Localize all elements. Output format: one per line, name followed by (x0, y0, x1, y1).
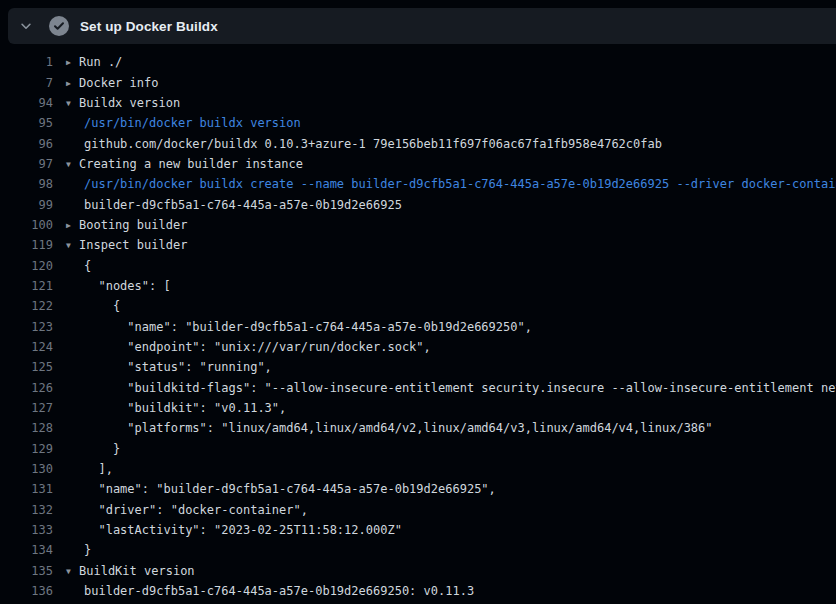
log-output-text: builder-d9cfb5a1-c764-445a-a57e-0b19d2e6… (66, 198, 402, 212)
log-line: 135▼BuildKit version (0, 561, 836, 581)
log-group-title: Booting builder (79, 218, 187, 232)
log-line: 7▶Docker info (0, 72, 836, 92)
line-number[interactable]: 133 (0, 523, 53, 537)
caret-expanded-icon[interactable]: ▼ (66, 567, 79, 576)
line-number[interactable]: 128 (0, 421, 53, 435)
line-number[interactable]: 1 (0, 55, 53, 69)
log-output-text: "platforms": "linux/amd64,linux/amd64/v2… (66, 421, 713, 435)
line-number[interactable]: 94 (0, 96, 53, 110)
log-line: 134} (0, 540, 836, 560)
log-command-text: /usr/bin/docker buildx create --name bui… (66, 177, 836, 191)
log-line: 128 "platforms": "linux/amd64,linux/amd6… (0, 418, 836, 438)
line-number[interactable]: 127 (0, 401, 53, 415)
step-title: Set up Docker Buildx (80, 19, 218, 34)
log-line: 131 "name": "builder-d9cfb5a1-c764-445a-… (0, 479, 836, 499)
line-number[interactable]: 130 (0, 462, 53, 476)
log-output-text: } (66, 442, 120, 456)
log-output-text: } (66, 543, 91, 557)
log-group-title: Inspect builder (79, 238, 187, 252)
line-number[interactable]: 119 (0, 238, 53, 252)
log-group-title: BuildKit version (79, 564, 195, 578)
log-line: 95/usr/bin/docker buildx version (0, 113, 836, 133)
caret-collapsed-icon[interactable]: ▶ (66, 79, 79, 88)
line-number[interactable]: 134 (0, 543, 53, 557)
caret-collapsed-icon[interactable]: ▶ (66, 58, 79, 67)
check-circle-icon (49, 16, 69, 36)
log-line: 98/usr/bin/docker buildx create --name b… (0, 174, 836, 194)
log-line: 126 "buildkitd-flags": "--allow-insecure… (0, 378, 836, 398)
line-number[interactable]: 129 (0, 442, 53, 456)
log-viewer: 1▶Run ./7▶Docker info94▼Buildx version95… (0, 52, 836, 604)
line-number[interactable]: 124 (0, 340, 53, 354)
log-output-text: "buildkitd-flags": "--allow-insecure-ent… (66, 381, 836, 395)
line-number[interactable]: 126 (0, 381, 53, 395)
log-output-text: "name": "builder-d9cfb5a1-c764-445a-a57e… (66, 320, 532, 334)
log-line: 132 "driver": "docker-container", (0, 500, 836, 520)
caret-expanded-icon[interactable]: ▼ (66, 241, 79, 250)
log-output-text: "endpoint": "unix:///var/run/docker.sock… (66, 340, 431, 354)
log-line: 119▼Inspect builder (0, 235, 836, 255)
line-number[interactable]: 132 (0, 503, 53, 517)
chevron-down-icon[interactable] (18, 18, 34, 34)
log-group-header[interactable]: ▼Buildx version (66, 96, 180, 110)
line-number[interactable]: 131 (0, 482, 53, 496)
line-number[interactable]: 97 (0, 157, 53, 171)
line-number[interactable]: 95 (0, 116, 53, 130)
log-group-header[interactable]: ▼BuildKit version (66, 564, 195, 578)
log-group-title: Creating a new builder instance (79, 157, 303, 171)
log-output-text: "nodes": [ (66, 279, 171, 293)
log-group-title: Buildx version (79, 96, 180, 110)
log-line: 136builder-d9cfb5a1-c764-445a-a57e-0b19d… (0, 581, 836, 601)
caret-collapsed-icon[interactable]: ▶ (66, 221, 79, 230)
step-header[interactable]: Set up Docker Buildx (8, 8, 836, 44)
log-line: 97▼Creating a new builder instance (0, 154, 836, 174)
log-output-text: ], (66, 462, 113, 476)
line-number[interactable]: 136 (0, 584, 53, 598)
line-number[interactable]: 121 (0, 279, 53, 293)
log-group-title: Docker info (79, 76, 158, 90)
log-line: 127 "buildkit": "v0.11.3", (0, 398, 836, 418)
log-output-text: "lastActivity": "2023-02-25T11:58:12.000… (66, 523, 402, 537)
log-line: 133 "lastActivity": "2023-02-25T11:58:12… (0, 520, 836, 540)
log-command-text: /usr/bin/docker buildx version (66, 116, 301, 130)
log-group-header[interactable]: ▼Creating a new builder instance (66, 157, 303, 171)
log-line: 121 "nodes": [ (0, 276, 836, 296)
log-group-header[interactable]: ▶Booting builder (66, 218, 187, 232)
log-line: 94▼Buildx version (0, 93, 836, 113)
log-output-text: "status": "running", (66, 360, 272, 374)
log-line: 129 } (0, 439, 836, 459)
line-number[interactable]: 123 (0, 320, 53, 334)
log-line: 1▶Run ./ (0, 52, 836, 72)
log-line: 122 { (0, 296, 836, 316)
log-group-header[interactable]: ▶Docker info (66, 76, 158, 90)
log-line: 130 ], (0, 459, 836, 479)
log-group-title: Run ./ (79, 55, 122, 69)
log-output-text: builder-d9cfb5a1-c764-445a-a57e-0b19d2e6… (66, 584, 474, 598)
line-number[interactable]: 135 (0, 564, 53, 578)
line-number[interactable]: 100 (0, 218, 53, 232)
log-output-text: { (66, 259, 91, 273)
log-line: 123 "name": "builder-d9cfb5a1-c764-445a-… (0, 316, 836, 336)
log-line: 120{ (0, 255, 836, 275)
line-number[interactable]: 98 (0, 177, 53, 191)
log-line: 124 "endpoint": "unix:///var/run/docker.… (0, 337, 836, 357)
log-group-header[interactable]: ▼Inspect builder (66, 238, 187, 252)
log-line: 99builder-d9cfb5a1-c764-445a-a57e-0b19d2… (0, 194, 836, 214)
log-line: 125 "status": "running", (0, 357, 836, 377)
log-group-header[interactable]: ▶Run ./ (66, 55, 122, 69)
line-number[interactable]: 7 (0, 76, 53, 90)
log-output-text: "driver": "docker-container", (66, 503, 308, 517)
caret-expanded-icon[interactable]: ▼ (66, 160, 79, 169)
line-number[interactable]: 99 (0, 198, 53, 212)
caret-expanded-icon[interactable]: ▼ (66, 99, 79, 108)
line-number[interactable]: 96 (0, 137, 53, 151)
log-output-text: "name": "builder-d9cfb5a1-c764-445a-a57e… (66, 482, 496, 496)
log-line: 96github.com/docker/buildx 0.10.3+azure-… (0, 133, 836, 153)
line-number[interactable]: 122 (0, 299, 53, 313)
log-output-text: "buildkit": "v0.11.3", (66, 401, 286, 415)
log-output-text: { (66, 299, 120, 313)
log-output-text: github.com/docker/buildx 0.10.3+azure-1 … (66, 137, 662, 151)
line-number[interactable]: 125 (0, 360, 53, 374)
log-line: 100▶Booting builder (0, 215, 836, 235)
line-number[interactable]: 120 (0, 259, 53, 273)
